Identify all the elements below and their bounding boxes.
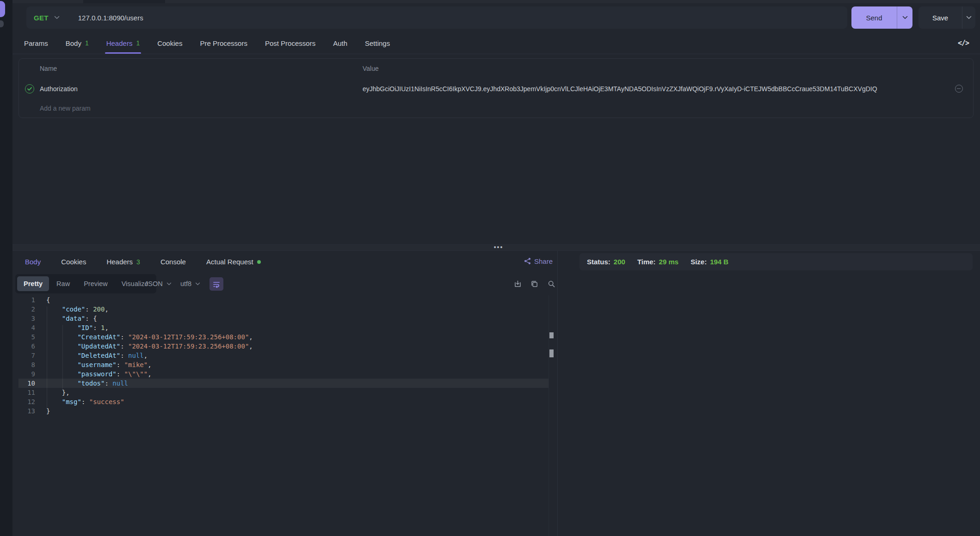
active-request-indicator[interactable] [0, 1, 5, 17]
response-tab-cookies[interactable]: Cookies [61, 251, 86, 273]
response-tab-label: Console [160, 258, 186, 266]
view-mode-pretty[interactable]: Pretty [17, 276, 49, 291]
code-text: "username": "mike", [35, 360, 152, 369]
headers-table: Name Value AuthorizationeyJhbGciOiJIUzI1… [18, 58, 974, 118]
response-tabs: BodyCookiesHeaders3ConsoleActual Request [12, 251, 558, 273]
request-tab-headers[interactable]: Headers1 [106, 32, 140, 54]
left-sidebar-strip [0, 0, 12, 536]
request-tab-auth[interactable]: Auth [333, 32, 347, 54]
api-client-window: GET 127.0.0.1:8090/users Send Save Param… [0, 0, 980, 536]
tab-bar-active-edge [83, 0, 165, 3]
token: "ID" [77, 324, 93, 331]
code-line: 6 "UpdatedAt": "2024-03-12T17:59:23.256+… [18, 342, 549, 351]
token: "\"\"" [124, 370, 148, 378]
code-text: "code": 200, [35, 305, 109, 314]
token: }, [46, 389, 70, 396]
token [46, 398, 62, 405]
code-text: { [35, 295, 50, 305]
code-line: 13} [18, 406, 549, 416]
line-number: 13 [18, 406, 35, 416]
line-number: 11 [18, 388, 35, 397]
param-name-cell[interactable]: Authorization [40, 85, 363, 93]
chevron-down-icon [966, 16, 972, 19]
code-line: 11 }, [18, 388, 549, 397]
chevron-down-icon [902, 16, 908, 19]
code-line: 12 "msg": "success" [18, 397, 549, 406]
token: null [128, 352, 144, 359]
code-line: 8 "username": "mike", [18, 360, 549, 369]
request-tab-label: Settings [365, 39, 390, 47]
tab-count-badge: 1 [85, 39, 89, 47]
request-tab-post-processors[interactable]: Post Processors [265, 32, 315, 54]
token [46, 370, 77, 378]
save-button-group: Save [918, 6, 975, 29]
word-wrap-button[interactable] [210, 277, 223, 291]
token: : [81, 398, 89, 405]
encoding-select[interactable]: utf8 [180, 274, 200, 293]
response-tab-console[interactable]: Console [160, 251, 186, 273]
panel-resize-handle[interactable]: ••• [490, 243, 507, 251]
view-mode-preview[interactable]: Preview [77, 276, 114, 291]
token: : [105, 380, 112, 387]
param-value-cell[interactable]: eyJhbGciOiJIUzI1NiIsInR5cCI6IkpXVCJ9.eyJ… [363, 85, 944, 93]
token: : [93, 324, 101, 331]
url-input[interactable]: 127.0.0.1:8090/users [68, 14, 143, 22]
response-tab-body[interactable]: Body [25, 251, 41, 273]
line-number: 1 [18, 295, 35, 305]
sidebar-pill[interactable] [0, 20, 4, 27]
request-tab-pre-processors[interactable]: Pre Processors [200, 32, 247, 54]
tab-count-badge: 1 [136, 39, 140, 47]
view-mode-switcher: PrettyRawPreviewVisualize [15, 274, 156, 293]
response-tab-headers[interactable]: Headers3 [106, 251, 140, 273]
request-tab-settings[interactable]: Settings [365, 32, 390, 54]
token [46, 380, 77, 387]
token: 200 [93, 305, 105, 313]
request-tab-body[interactable]: Body1 [66, 32, 89, 54]
status-code: Status: 200 [587, 258, 625, 266]
response-time: Time: 29 ms [637, 258, 678, 266]
url-bar: GET 127.0.0.1:8090/users [26, 6, 847, 29]
token: "code" [62, 305, 86, 313]
save-options-button[interactable] [962, 6, 975, 29]
tab-count-badge: 3 [136, 258, 140, 266]
add-param-label: Add a new param [40, 105, 363, 112]
enabled-check-icon[interactable] [25, 84, 34, 93]
actions-cell [944, 85, 973, 93]
token: : [117, 370, 124, 378]
code-view-icon[interactable]: </> [953, 36, 974, 50]
request-tab-params[interactable]: Params [24, 32, 48, 54]
token: "success" [89, 398, 124, 405]
search-icon [547, 280, 556, 288]
request-tab-label: Cookies [157, 39, 182, 47]
token: , [249, 343, 253, 350]
token: , [148, 370, 151, 378]
download-response-button[interactable] [512, 279, 523, 289]
remove-param-icon[interactable] [955, 85, 963, 93]
indent-guide [62, 325, 63, 390]
scrollbar-mark [549, 332, 554, 338]
response-tab-actual-request[interactable]: Actual Request [206, 251, 261, 273]
line-number: 10 [18, 379, 35, 388]
save-button[interactable]: Save [918, 6, 962, 29]
token: "2024-03-12T17:59:23.256+08:00" [128, 343, 249, 350]
chevron-down-icon [166, 282, 172, 286]
request-tab-cookies[interactable]: Cookies [157, 32, 182, 54]
table-header-row: Name Value [19, 59, 973, 78]
response-body-editor[interactable]: 1{2 "code": 200,3 "data": {4 "ID": 1,5 "… [18, 295, 549, 536]
editor-scrollbar-track [549, 295, 549, 536]
token: { [46, 296, 50, 304]
line-number: 6 [18, 342, 35, 351]
token: null [112, 380, 128, 387]
method-selector[interactable]: GET [26, 6, 68, 29]
send-options-button[interactable] [897, 6, 912, 29]
chevron-down-icon [195, 282, 200, 286]
token: "2024-03-12T17:59:23.256+08:00" [128, 333, 249, 341]
copy-response-button[interactable] [529, 279, 539, 289]
code-text: "password": "\"\"", [35, 369, 152, 379]
add-param-row[interactable]: Add a new param [19, 99, 973, 118]
share-button[interactable]: Share [524, 255, 553, 267]
search-response-button[interactable] [546, 279, 556, 289]
send-button[interactable]: Send [851, 6, 897, 29]
format-select[interactable]: JSON [145, 274, 172, 293]
view-mode-raw[interactable]: Raw [50, 276, 76, 291]
